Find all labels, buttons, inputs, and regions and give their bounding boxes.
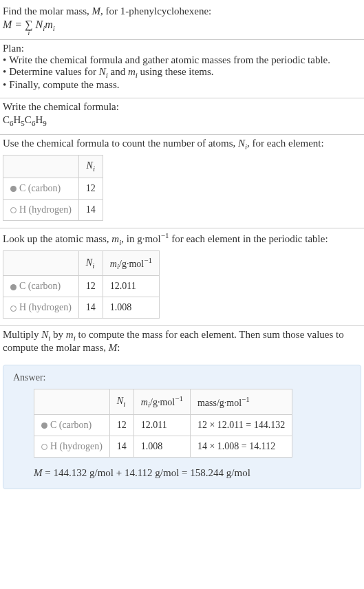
intro-section: Find the molar mass, M, for 1-phenylcycl… [0,3,364,40]
mass-suffix: for each element in the periodic table: [169,233,328,244]
bullet-dot: • [3,66,6,79]
formula-m-var: M [3,19,12,30]
mass-cell: 12 × 12.011 = 144.132 [190,414,292,436]
table-row: H (hydrogen) 14 1.008 [3,297,160,319]
elem-cell-c: C (carbon) [3,276,79,297]
final-eq: = 144.132 g/mol + 14.112 g/mol = 158.244… [43,467,250,478]
table-row: H (hydrogen) 14 1.008 14 × 1.008 = 14.11… [34,436,292,457]
plan-item-2: •Determine values for Ni and mi using th… [3,66,361,79]
header-mass: mass/g·mol−1 [190,389,292,414]
elem-cell-h: H (hydrogen) [3,297,79,319]
bullet-open-icon [10,207,17,213]
m-cell: 1.008 [133,436,190,457]
sum-symbol: ∑i [25,19,32,31]
var-m: m [128,66,136,77]
elem-label: C (carbon) [19,183,61,193]
count-text: Use the chemical formula to count the nu… [3,138,361,151]
mult-p2: by [50,329,66,340]
elem-label: C (carbon) [50,420,92,430]
bullet-open-icon [41,444,47,450]
plan-section: Plan: •Write the chemical formula and ga… [0,40,364,98]
formula-n: N [36,19,43,30]
ans-header-n-sub: i [123,400,125,408]
count-suffix: , for each element: [247,138,324,149]
multiply-section: Multiply Ni by mi to compute the mass fo… [0,326,364,361]
ans-header-mass-sup: −1 [242,395,250,403]
header-m: mi/g·mol−1 [133,389,190,414]
intro-suffix: , for 1-phenylcyclohexene: [100,6,211,17]
var-n: N [99,66,106,77]
elem-cell-h: H (hydrogen) [34,436,110,457]
plan-2-a: Determine values for [9,66,98,77]
elem-label: H (hydrogen) [50,441,103,451]
n-cell: 14 [78,297,103,319]
ans-header-mass-pre: mass/g·mol [197,398,242,408]
table-header-row: Ni mi/g·mol−1 mass/g·mol−1 [34,389,292,414]
header-m-sup: −1 [144,256,152,264]
m-cell: 12.011 [103,276,159,297]
ans-header-m-var: m [141,397,148,407]
elem-label: H (hydrogen) [19,302,72,312]
header-n: Ni [78,156,103,178]
elem-label: C (carbon) [19,281,61,291]
bullet-filled-icon [10,284,17,290]
mass-text: Look up the atomic mass, mi, in g·mol−1 … [3,231,361,246]
chem-formula: C6H5C6H9 [3,114,361,127]
elem-cell-c: C (carbon) [34,414,110,436]
mult-big-m: M [109,342,118,353]
header-empty [3,250,79,275]
bullet-dot: • [3,54,6,66]
header-m-unit: /g·mol [119,259,144,269]
header-n-var: N [87,160,93,171]
plan-2-mid: and [108,66,128,77]
chem-formula-section: Write the chemical formula: C6H5C6H9 [0,98,364,135]
ans-header-m-sup: −1 [175,394,183,403]
mass-sup: −1 [161,231,169,239]
elem-cell-c: C (carbon) [3,178,79,199]
table-row: C (carbon) 12 [3,178,103,199]
header-empty [3,156,79,178]
chem-s4: 9 [43,119,47,127]
n-cell: 12 [109,414,133,436]
final-m-var: M [34,467,43,478]
chem-formula-title: Write the chemical formula: [3,101,361,113]
mult-p1: Multiply [3,329,41,340]
bullet-filled-icon [10,186,17,192]
n-cell: 12 [78,178,103,199]
chem-c2: C [25,114,32,125]
elem-cell-h: H (hydrogen) [3,199,79,220]
answer-box: Answer: Ni mi/g·mol−1 mass/g·mol−1 C (ca… [3,365,361,489]
header-n: Ni [78,250,103,275]
n-cell: 12 [78,276,103,297]
m-cell: 12.011 [133,414,190,436]
plan-title: Plan: [3,43,361,54]
chem-c1: C [3,114,10,125]
mass-table: Ni mi/g·mol−1 C (carbon) 12 12.011 H (hy… [3,250,160,319]
plan-item-1: •Write the chemical formula and gather a… [3,54,361,66]
formula-m-sub: i [53,24,55,32]
header-m-var: m [110,259,117,269]
answer-table: Ni mi/g·mol−1 mass/g·mol−1 C (carbon) 12… [34,389,292,457]
ans-header-m-unit: /g·mol [150,397,175,407]
plan-item-1-text: Write the chemical formula and gather at… [9,54,330,66]
mult-m: m [66,329,74,340]
header-n: Ni [109,389,133,414]
mass-prefix: Look up the atomic mass, [3,233,111,244]
plan-item-3-text: Finally, compute the mass. [9,79,119,91]
chem-h2: H [35,114,43,125]
formula-mm: m [45,19,53,30]
table-header-row: Ni [3,156,103,178]
bullet-open-icon [10,306,17,312]
header-m: mi/g·mol−1 [103,250,159,275]
m-cell: 1.008 [103,297,159,319]
elem-label: H (hydrogen) [19,204,72,215]
header-n-sub: i [92,261,94,270]
table-header-row: Ni mi/g·mol−1 [3,250,160,275]
table-row: C (carbon) 12 12.011 12 × 12.011 = 144.1… [34,414,292,436]
answer-title: Answer: [13,372,351,383]
count-prefix: Use the chemical formula to count the nu… [3,138,238,149]
n-cell: 14 [109,436,133,457]
mult-p4: : [117,342,120,353]
table-row: H (hydrogen) 14 [3,199,103,220]
count-section: Use the chemical formula to count the nu… [0,135,364,228]
